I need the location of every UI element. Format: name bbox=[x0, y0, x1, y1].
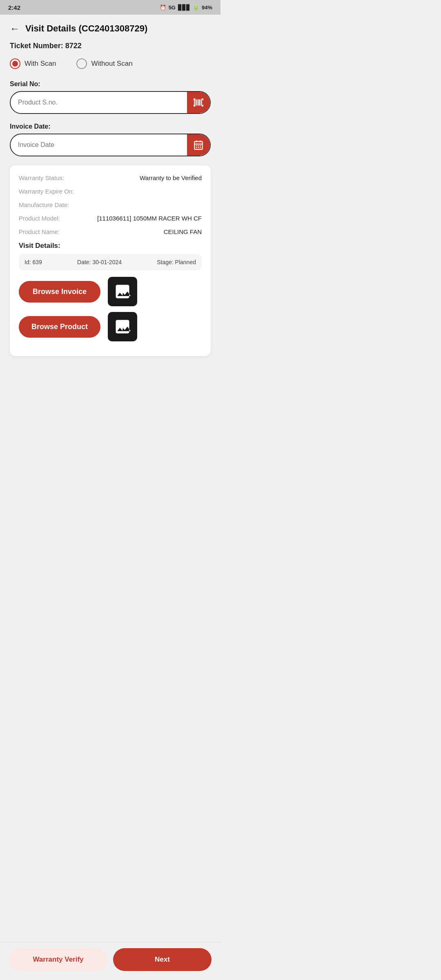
page-title: Visit Details (CC2401308729) bbox=[25, 23, 147, 34]
battery-icon: 🔋 bbox=[193, 4, 199, 11]
svg-rect-5 bbox=[200, 99, 200, 105]
manufacture-date-row: Manufacture Date: bbox=[19, 201, 202, 208]
svg-rect-8 bbox=[194, 98, 194, 100]
browse-product-row: Browse Product bbox=[19, 312, 202, 341]
invoice-image-placeholder[interactable] bbox=[108, 277, 137, 306]
main-content: ← Visit Details (CC2401308729) Ticket Nu… bbox=[0, 15, 220, 405]
back-button[interactable]: ← bbox=[10, 23, 20, 34]
svg-rect-20 bbox=[198, 145, 199, 146]
product-image-placeholder[interactable] bbox=[108, 312, 137, 341]
without-scan-option[interactable]: Without Scan bbox=[76, 58, 132, 69]
invoice-date-input-wrapper bbox=[10, 134, 211, 156]
signal-icon: ▊▊▊ bbox=[178, 4, 190, 11]
browse-product-button[interactable]: Browse Product bbox=[19, 316, 100, 338]
svg-rect-0 bbox=[194, 99, 195, 105]
status-bar: 2:42 ⏰ 5G ▊▊▊ 🔋 94% bbox=[0, 0, 220, 15]
product-name-key: Product Name: bbox=[19, 228, 80, 235]
ticket-value: 8722 bbox=[65, 42, 82, 50]
ticket-number-row: Ticket Number: 8722 bbox=[10, 42, 211, 50]
svg-rect-14 bbox=[203, 105, 203, 106]
svg-rect-24 bbox=[200, 147, 201, 148]
invoice-date-calendar-button[interactable] bbox=[187, 134, 210, 156]
calendar-icon bbox=[193, 140, 204, 150]
warranty-expire-row: Warranty Expire On: bbox=[19, 188, 202, 195]
warranty-status-key: Warranty Status: bbox=[19, 174, 80, 181]
warranty-expire-key: Warranty Expire On: bbox=[19, 188, 80, 195]
visit-date: Date: 30-01-2024 bbox=[77, 259, 122, 265]
svg-rect-21 bbox=[200, 145, 201, 146]
network-label: 5G bbox=[169, 4, 176, 11]
with-scan-label: With Scan bbox=[24, 60, 56, 68]
svg-rect-2 bbox=[196, 99, 197, 105]
ticket-label: Ticket Number: bbox=[10, 42, 63, 50]
product-name-row: Product Name: CEILING FAN bbox=[19, 228, 202, 235]
svg-rect-4 bbox=[198, 99, 200, 105]
with-scan-option[interactable]: With Scan bbox=[10, 58, 56, 69]
serial-no-label: Serial No: bbox=[10, 80, 211, 88]
product-model-value: [111036611] 1050MM RACER WH CF bbox=[97, 215, 202, 222]
page-header: ← Visit Details (CC2401308729) bbox=[10, 23, 211, 34]
invoice-date-input[interactable] bbox=[11, 136, 187, 154]
svg-rect-10 bbox=[203, 98, 203, 100]
serial-no-input[interactable] bbox=[11, 93, 187, 112]
svg-rect-3 bbox=[198, 99, 198, 105]
svg-rect-1 bbox=[195, 99, 196, 105]
browse-invoice-row: Browse Invoice bbox=[19, 277, 202, 306]
manufacture-date-key: Manufacture Date: bbox=[19, 201, 80, 208]
svg-rect-12 bbox=[194, 105, 194, 106]
warranty-status-row: Warranty Status: Warranty to be Verified bbox=[19, 174, 202, 181]
alarm-icon: ⏰ bbox=[160, 4, 166, 11]
status-time: 2:42 bbox=[8, 4, 20, 11]
with-scan-radio[interactable] bbox=[10, 58, 20, 69]
svg-rect-23 bbox=[198, 147, 199, 148]
serial-no-input-wrapper bbox=[10, 91, 211, 114]
scan-radio-group: With Scan Without Scan bbox=[10, 58, 211, 69]
invoice-image-icon bbox=[114, 283, 131, 301]
status-icons: ⏰ 5G ▊▊▊ 🔋 94% bbox=[160, 4, 212, 11]
warranty-info-card: Warranty Status: Warranty to be Verified… bbox=[10, 165, 211, 356]
without-scan-radio[interactable] bbox=[76, 58, 87, 69]
product-image-icon bbox=[114, 318, 131, 336]
serial-no-scan-button[interactable] bbox=[187, 92, 210, 113]
visit-details-summary: Id: 639 Date: 30-01-2024 Stage: Planned bbox=[19, 254, 202, 270]
visit-stage: Stage: Planned bbox=[157, 259, 196, 265]
product-model-key: Product Model: bbox=[19, 215, 80, 222]
invoice-date-label: Invoice Date: bbox=[10, 123, 211, 130]
visit-id: Id: 639 bbox=[24, 259, 42, 265]
visit-details-title: Visit Details: bbox=[19, 242, 202, 250]
svg-rect-6 bbox=[201, 99, 202, 105]
barcode-scan-icon bbox=[193, 97, 204, 108]
product-model-row: Product Model: [111036611] 1050MM RACER … bbox=[19, 215, 202, 222]
svg-rect-19 bbox=[196, 145, 197, 146]
browse-invoice-button[interactable]: Browse Invoice bbox=[19, 281, 100, 303]
product-name-value: CEILING FAN bbox=[164, 228, 202, 235]
warranty-status-value: Warranty to be Verified bbox=[140, 174, 202, 181]
battery-percent: 94% bbox=[202, 4, 212, 11]
svg-rect-22 bbox=[196, 147, 197, 148]
without-scan-label: Without Scan bbox=[91, 60, 132, 68]
